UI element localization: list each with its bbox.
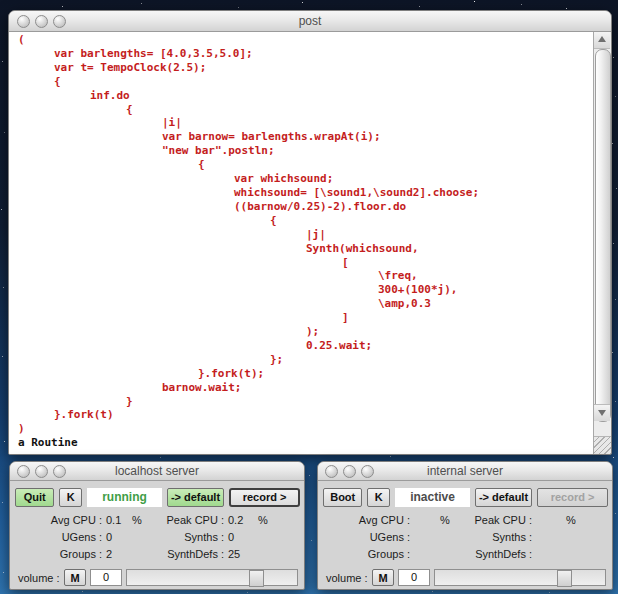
ugens-label: UGens : (10, 529, 102, 546)
internal-titlebar: internal server (318, 462, 612, 481)
post-window-title: post (9, 14, 611, 28)
quit-server-button[interactable]: Quit (15, 488, 54, 507)
post-titlebar: post (9, 11, 611, 32)
peak-cpu-label: Peak CPU : (158, 512, 224, 529)
post-text: ( var barlengths= [4.0,3.5,5.0]; var t= … (9, 32, 611, 450)
volume-slider-thumb[interactable] (557, 570, 572, 587)
result-text: a Routine (18, 436, 78, 449)
post-text-area[interactable]: ( var barlengths= [4.0,3.5,5.0]; var t= … (9, 32, 611, 454)
volume-numberbox[interactable]: 0 (90, 569, 122, 586)
scroll-down-button[interactable] (594, 404, 610, 421)
server-status: inactive (395, 488, 470, 507)
make-default-button[interactable]: -> default (475, 488, 532, 507)
volume-numberbox[interactable]: 0 (398, 569, 430, 586)
scrollbar-thumb[interactable] (595, 49, 611, 422)
synthdefs-value: 25 (224, 546, 258, 563)
synthdefs-label: SynthDefs : (158, 546, 224, 563)
synths-label: Synths : (466, 529, 532, 546)
synths-value: 0 (224, 529, 258, 546)
internal-server-window: internal server Boot K inactive -> defau… (317, 461, 613, 590)
synths-label: Synths : (158, 529, 224, 546)
volume-label: volume : (326, 572, 372, 584)
server-stats: Avg CPU : % Peak CPU : % UGens : Synths … (318, 512, 612, 563)
kill-button[interactable]: K (367, 488, 390, 507)
peak-cpu-label: Peak CPU : (466, 512, 532, 529)
record-button[interactable]: record > (229, 488, 300, 507)
percent-sign: % (132, 512, 158, 529)
percent-sign: % (566, 512, 596, 529)
record-button[interactable]: record > (537, 488, 608, 507)
localhost-titlebar: localhost server (10, 462, 304, 481)
synths-value (532, 529, 566, 546)
avg-cpu-value: 0.1 (102, 512, 132, 529)
avg-cpu-label: Avg CPU : (10, 512, 102, 529)
synthdefs-label: SynthDefs : (466, 546, 532, 563)
groups-label: Groups : (318, 546, 410, 563)
synthdefs-value (532, 546, 566, 563)
internal-window-title: internal server (318, 464, 612, 478)
ugens-value (410, 529, 440, 546)
groups-label: Groups : (10, 546, 102, 563)
groups-value (410, 546, 440, 563)
code-text: ( var barlengths= [4.0,3.5,5.0]; var t= … (18, 33, 479, 435)
volume-slider-thumb[interactable] (249, 570, 264, 587)
avg-cpu-label: Avg CPU : (318, 512, 410, 529)
ugens-label: UGens : (318, 529, 410, 546)
ugens-value: 0 (102, 529, 132, 546)
localhost-window-title: localhost server (10, 464, 304, 478)
vertical-scrollbar[interactable] (593, 32, 611, 454)
percent-sign: % (258, 512, 288, 529)
avg-cpu-value (410, 512, 440, 529)
arrow-down-icon (598, 410, 606, 416)
peak-cpu-value (532, 512, 566, 529)
groups-value: 2 (102, 546, 132, 563)
arrow-up-icon (598, 36, 606, 42)
scroll-up-button[interactable] (594, 32, 610, 49)
make-default-button[interactable]: -> default (167, 488, 224, 507)
server-status: running (87, 488, 162, 507)
server-stats: Avg CPU : 0.1 % Peak CPU : 0.2 % UGens :… (10, 512, 304, 563)
percent-sign: % (440, 512, 466, 529)
kill-button[interactable]: K (59, 488, 82, 507)
boot-server-button[interactable]: Boot (323, 488, 362, 507)
mute-button[interactable]: M (64, 569, 86, 586)
localhost-server-window: localhost server Quit K running -> defau… (9, 461, 305, 590)
resize-grip[interactable] (594, 436, 611, 454)
mute-button[interactable]: M (372, 569, 394, 586)
volume-slider[interactable] (434, 569, 606, 586)
desktop-stars (0, 0, 1, 1)
volume-slider[interactable] (126, 569, 298, 586)
post-window: post ( var barlengths= [4.0,3.5,5.0]; va… (8, 10, 612, 455)
peak-cpu-value: 0.2 (224, 512, 258, 529)
volume-label: volume : (18, 572, 64, 584)
